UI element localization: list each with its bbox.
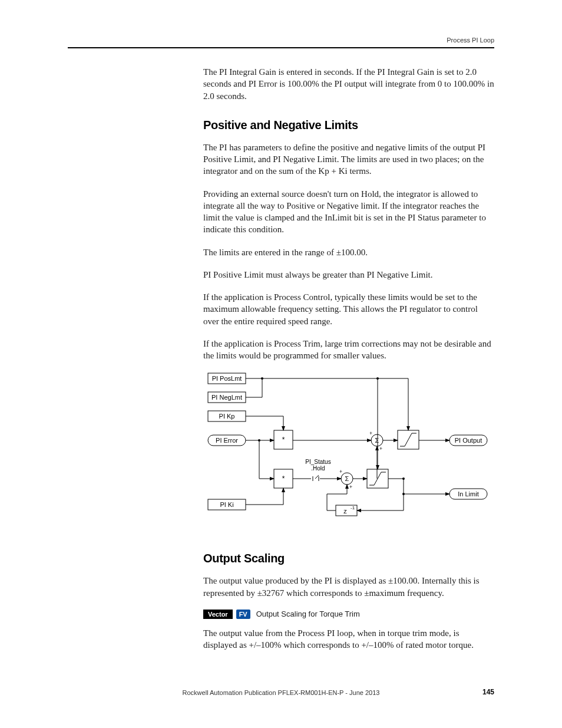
limits-heading: Positive and Negative Limits — [203, 118, 495, 132]
limits-p2: Providing an external source doesn't tur… — [203, 188, 495, 236]
scaling-p1: The output value produced by the PI is d… — [203, 575, 495, 599]
page-number: 145 — [482, 688, 494, 696]
running-head: Process PI Loop — [447, 37, 494, 44]
svg-text:PI NegLmt: PI NegLmt — [211, 394, 242, 401]
main-content: The PI Integral Gain is entered in secon… — [203, 66, 495, 661]
badge-row: Vector FV Output Scaling for Torque Trim — [203, 610, 495, 619]
svg-text:.Hold: .Hold — [311, 465, 325, 472]
svg-text:Σ: Σ — [375, 437, 379, 444]
scaling-p2: The output value from the Process PI loo… — [203, 627, 495, 651]
scaling-badge-label: Output Scaling for Torque Trim — [256, 610, 360, 618]
svg-text:PI Kp: PI Kp — [219, 413, 235, 420]
svg-text:Σ: Σ — [345, 475, 349, 482]
svg-text:PI PosLmt: PI PosLmt — [212, 375, 242, 382]
svg-text:*: * — [282, 475, 285, 483]
svg-text:+: + — [339, 469, 342, 475]
svg-text:+: + — [369, 430, 372, 436]
svg-text:-1: -1 — [351, 505, 355, 510]
scaling-heading: Output Scaling — [203, 552, 495, 565]
svg-text:In Limit: In Limit — [458, 490, 478, 498]
limits-p4: PI Positive Limit must always be greater… — [203, 269, 495, 281]
intro-paragraph: The PI Integral Gain is entered in secon… — [203, 66, 495, 102]
limits-p6: If the application is Process Trim, larg… — [203, 338, 495, 362]
footer-publication: Rockwell Automation Publication PFLEX-RM… — [0, 689, 562, 696]
svg-text:PI_Status: PI_Status — [305, 459, 330, 465]
header-rule — [68, 47, 494, 48]
limits-p3: The limits are entered in the range of ±… — [203, 246, 495, 258]
svg-text:PI Ki: PI Ki — [220, 501, 233, 508]
fv-badge: FV — [236, 610, 250, 619]
vector-badge: Vector — [203, 610, 233, 619]
svg-text:z: z — [343, 508, 347, 515]
svg-text:PI Error: PI Error — [216, 437, 238, 444]
limits-p1: The PI has parameters to define the posi… — [203, 141, 495, 177]
svg-point-48 — [261, 377, 263, 380]
svg-point-54 — [258, 439, 260, 442]
limits-p5: If the application is Process Control, t… — [203, 291, 495, 327]
svg-text:+: + — [379, 446, 382, 452]
svg-point-74 — [402, 493, 405, 495]
svg-point-45 — [376, 377, 379, 380]
svg-text:*: * — [282, 436, 285, 444]
block-diagram: PI PosLmt PI NegLmt PI Kp PI Error PI Ki… — [203, 372, 495, 531]
svg-line-32 — [374, 472, 381, 485]
svg-text:+: + — [349, 484, 352, 490]
svg-line-36 — [315, 475, 319, 479]
svg-line-28 — [405, 433, 412, 446]
svg-text:PI Output: PI Output — [455, 437, 482, 444]
